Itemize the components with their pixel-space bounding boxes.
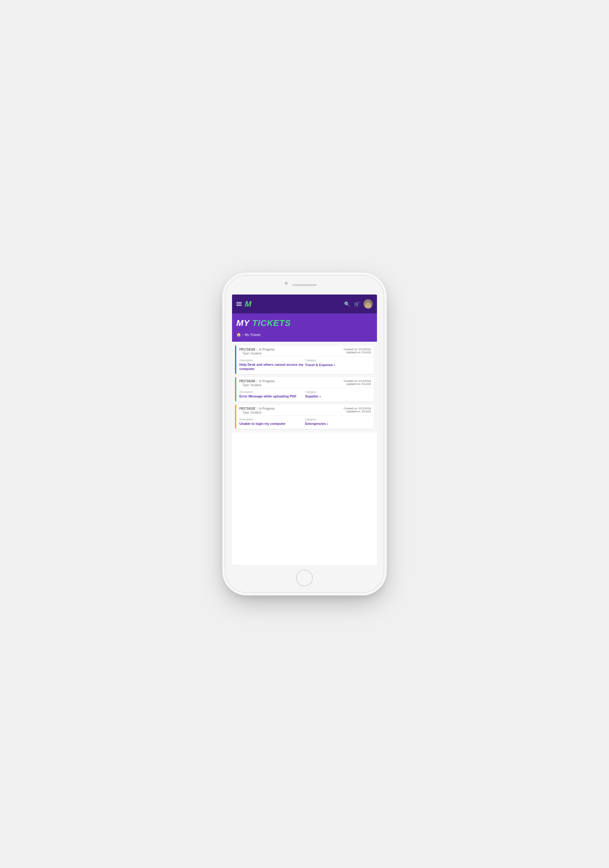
ticket-id-status: FR1716102 | In Progress [239, 407, 275, 410]
ticket-desc-text: Error Message while uploading PDF [239, 394, 305, 398]
ticket-dates: Created on: 5/12/2018 Updated on: 5/14/1… [344, 380, 371, 387]
ticket-desc-text: Help Desk and others cannot access my co… [239, 363, 305, 371]
phone-home-button[interactable] [296, 569, 313, 586]
ticket-cat-text: Supplier [305, 394, 319, 398]
ticket-separator: | [257, 348, 257, 351]
ticket-updated: Updated on: 5/14/18 [346, 351, 371, 354]
ticket-created: Created on: 5/12/2018 [344, 380, 371, 383]
ticket-card[interactable]: FR1716102 | In Progress Type: Incident C… [235, 346, 374, 374]
ticket-body: Description Error Message while uploadin… [236, 388, 374, 401]
ticket-separator: | [257, 380, 257, 383]
ticket-id-status: FR1716102 | In Progress [239, 380, 275, 383]
ticket-dates: Created on: 5/12/2018 Updated on: 5/14/1… [344, 407, 371, 414]
breadcrumb-chevron-icon: › [242, 333, 243, 336]
chevron-right-icon: › [327, 422, 328, 426]
ticket-cat-text: Emergencies [305, 422, 326, 425]
ticket-id: FR1716102 [239, 348, 255, 351]
avatar-image [364, 299, 373, 308]
phone-camera [285, 282, 288, 285]
ticket-category[interactable]: Category Travel & Expense › [305, 359, 371, 371]
navbar-right: 🔍 🛒 [344, 299, 373, 308]
title-my: My [236, 318, 250, 328]
cart-icon[interactable]: 🛒 [354, 301, 360, 307]
ticket-type: Type: Incident [239, 383, 275, 387]
ticket-id-status: FR1716102 | In Progress [239, 348, 275, 351]
logo-icon: M [245, 299, 251, 309]
page-title: My TICKETs [236, 319, 373, 327]
tickets-list: FR1716102 | In Progress Type: Incident C… [232, 342, 377, 432]
breadcrumb-current: My Tickets [245, 333, 261, 336]
ticket-category[interactable]: Category Emergencies › [305, 418, 371, 426]
phone-screen: M 🔍 🛒 My TICKETs [232, 294, 377, 565]
ticket-top: FR1716102 | In Progress Type: Incident C… [236, 405, 374, 416]
phone-speaker [292, 284, 317, 286]
ticket-cat-text: Travel & Expense [305, 363, 333, 367]
ticket-card[interactable]: FR1716102 | In Progress Type: Incident C… [235, 405, 374, 429]
ticket-type: Type: Incident [239, 351, 275, 355]
ticket-updated: Updated on: 5/14/18 [346, 383, 371, 386]
ticket-desc-label: Description [239, 391, 305, 394]
hero-banner: My TICKETs 🏠 › My Tickets [232, 313, 377, 342]
phone-shell: M 🔍 🛒 My TICKETs [225, 276, 384, 592]
ticket-id: FR1716102 [239, 380, 255, 383]
ticket-desc-text: Unable to login my computer [239, 422, 305, 426]
navbar-left: M [236, 299, 251, 309]
ticket-top: FR1716102 | In Progress Type: Incident C… [236, 346, 374, 356]
ticket-separator: | [257, 407, 257, 410]
avatar[interactable] [364, 299, 373, 308]
ticket-type: Type: Incident [239, 410, 275, 414]
ticket-cat-label: Category [305, 359, 371, 362]
ticket-id: FR1716102 [239, 407, 255, 410]
ticket-created: Created on: 5/12/2018 [344, 407, 371, 410]
ticket-description: Description Error Message while uploadin… [239, 391, 305, 399]
ticket-card[interactable]: FR1716102 | In Progress Type: Incident C… [235, 377, 374, 401]
ticket-cat-label: Category [305, 391, 371, 394]
ticket-body: Description Help Desk and others cannot … [236, 356, 374, 374]
ticket-desc-label: Description [239, 359, 305, 362]
ticket-created: Created on: 5/12/2018 [344, 348, 371, 351]
ticket-updated: Updated on: 5/14/18 [346, 410, 371, 413]
chevron-right-icon: › [334, 363, 335, 367]
ticket-desc-label: Description [239, 418, 305, 421]
breadcrumb-home-icon[interactable]: 🏠 [236, 332, 241, 337]
ticket-cat-row: Supplier › [305, 394, 371, 399]
ticket-cat-row: Emergencies › [305, 422, 371, 426]
ticket-body: Description Unable to login my computer … [236, 416, 374, 429]
ticket-dates: Created on: 5/12/2018 Updated on: 5/14/1… [344, 348, 371, 355]
hamburger-icon[interactable] [236, 302, 242, 306]
scene: M 🔍 🛒 My TICKETs [167, 160, 442, 708]
ticket-description: Description Help Desk and others cannot … [239, 359, 305, 371]
ticket-top: FR1716102 | In Progress Type: Incident C… [236, 377, 374, 388]
navbar: M 🔍 🛒 [232, 294, 377, 313]
ticket-cat-label: Category [305, 418, 371, 421]
ticket-status: In Progress [259, 407, 275, 410]
breadcrumb: 🏠 › My Tickets [236, 330, 373, 338]
ticket-status: In Progress [259, 348, 275, 351]
title-tickets: TICKETs [252, 318, 291, 328]
ticket-category[interactable]: Category Supplier › [305, 391, 371, 399]
search-icon[interactable]: 🔍 [344, 301, 350, 307]
ticket-cat-row: Travel & Expense › [305, 363, 371, 367]
ticket-description: Description Unable to login my computer [239, 418, 305, 426]
ticket-status: In Progress [259, 380, 275, 383]
chevron-right-icon: › [319, 394, 321, 399]
